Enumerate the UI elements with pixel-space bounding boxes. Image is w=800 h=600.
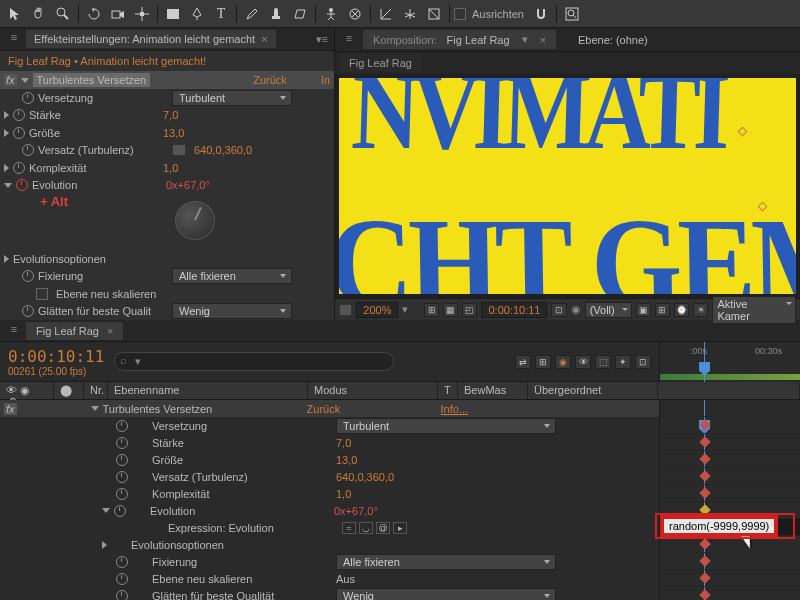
viewer-btn[interactable]: ▣ (636, 303, 651, 317)
info-link[interactable]: Info... (441, 403, 469, 415)
tl-opt-icon[interactable]: ✦ (615, 355, 631, 369)
stamp-tool-icon[interactable] (265, 3, 287, 25)
stopwatch-icon[interactable] (22, 270, 34, 282)
comp-sub-tab[interactable]: Fig Leaf Rag (339, 54, 422, 72)
versetzung-dropdown[interactable]: Turbulent (172, 90, 292, 106)
playhead[interactable] (704, 342, 705, 382)
tl-versatz-val[interactable]: 640,0,360,0 (336, 471, 394, 483)
viewer-btn[interactable]: ⊞ (655, 303, 670, 317)
effect-controls-tab[interactable]: Effekteinstellungen: Animation leicht ge… (26, 30, 276, 48)
expression-field[interactable]: random(-9999,9999) (662, 517, 776, 535)
tl-opt-icon[interactable]: ⬚ (595, 355, 611, 369)
timeline-tab[interactable]: Fig Leaf Rag× (26, 322, 123, 340)
collapse-icon[interactable] (4, 183, 12, 188)
anchor-tool-icon[interactable] (131, 3, 153, 25)
keyframe[interactable] (699, 572, 710, 583)
collapse-icon[interactable] (91, 406, 99, 411)
evolution-value[interactable]: 0x+67,0° (166, 179, 210, 191)
stopwatch-icon[interactable] (116, 437, 128, 449)
expand-icon[interactable] (4, 111, 9, 119)
zoom-field[interactable]: 200% (356, 302, 398, 318)
tl-glaetten-dd[interactable]: Wenig (336, 588, 556, 601)
hand-tool-icon[interactable] (28, 3, 50, 25)
crosshair-icon[interactable] (172, 144, 186, 156)
ebene-tab[interactable]: Ebene: (ohne) (558, 31, 668, 49)
tl-groesse-val[interactable]: 13,0 (336, 454, 357, 466)
viewer-btn[interactable]: ◰ (462, 303, 477, 317)
resolution-dropdown[interactable]: (Voll) (585, 302, 632, 318)
camera-tool-icon[interactable] (107, 3, 129, 25)
effect-header-row[interactable]: fx Turbulentes Versetzen Zurück In (0, 71, 334, 89)
viewer-btn[interactable]: ⊞ (424, 303, 439, 317)
stopwatch-icon[interactable] (116, 420, 128, 432)
close-icon[interactable]: × (107, 325, 113, 337)
evolution-dial[interactable] (175, 201, 215, 240)
tl-opt-icon[interactable]: 👁 (575, 355, 591, 369)
eraser-tool-icon[interactable] (289, 3, 311, 25)
stopwatch-icon[interactable] (116, 556, 128, 568)
snap-icon[interactable] (530, 3, 552, 25)
stopwatch-icon[interactable] (13, 162, 25, 174)
layer-row[interactable]: fx Turbulentes Versetzen Zurück Info... (0, 400, 659, 417)
zoom-tool-icon[interactable] (52, 3, 74, 25)
keyframe[interactable] (699, 589, 710, 600)
selection-tool-icon[interactable] (4, 3, 26, 25)
stopwatch-icon[interactable] (114, 505, 126, 517)
collapse-icon[interactable] (102, 508, 110, 513)
tl-opt-icon[interactable]: ⊡ (635, 355, 651, 369)
panel-menu-icon[interactable]: ≡ (6, 31, 22, 47)
expr-menu-icon[interactable]: ▸ (393, 522, 407, 534)
stopwatch-icon[interactable] (16, 179, 28, 191)
fixierung-dropdown[interactable]: Alle fixieren (172, 268, 292, 284)
camera-dropdown[interactable]: Aktive Kamer (712, 296, 796, 324)
stopwatch-icon[interactable] (116, 488, 128, 500)
reset-link[interactable]: Zurück (307, 403, 437, 415)
stopwatch-icon[interactable] (22, 305, 34, 317)
pen-tool-icon[interactable] (186, 3, 208, 25)
tl-versetzung-dd[interactable]: Turbulent (336, 418, 556, 434)
viewer-btn[interactable]: ⊡ (551, 303, 566, 317)
puppet-tool-icon[interactable] (320, 3, 342, 25)
view-axis-icon[interactable] (423, 3, 445, 25)
expand-icon[interactable] (4, 255, 9, 263)
keyframe[interactable] (699, 487, 710, 498)
align-checkbox[interactable] (454, 8, 466, 20)
composition-tab[interactable]: Komposition:Fig Leaf Rag▾× (363, 30, 556, 49)
keyframe[interactable] (699, 538, 710, 549)
stopwatch-icon[interactable] (13, 109, 25, 121)
groesse-value[interactable]: 13,0 (163, 127, 184, 139)
keyframe[interactable] (699, 470, 710, 481)
search-help-icon[interactable] (561, 3, 583, 25)
in-link[interactable]: In (321, 74, 330, 86)
panel-menu-icon[interactable]: ≡ (341, 32, 357, 48)
versatz-value[interactable]: 640,0,360,0 (194, 144, 252, 156)
expr-graph-icon[interactable]: ◡ (359, 522, 373, 534)
time-ruler[interactable]: :00s 00:30s (660, 342, 800, 382)
grid-icon[interactable] (339, 304, 352, 316)
composition-viewer[interactable]: NVIMATI CHT GEM (335, 74, 800, 298)
glaetten-dropdown[interactable]: Wenig (172, 303, 292, 319)
keyframe[interactable] (699, 555, 710, 566)
keyframe[interactable] (699, 453, 710, 464)
stopwatch-icon[interactable] (22, 92, 34, 104)
keyframe[interactable] (699, 436, 710, 447)
tl-komplex-val[interactable]: 1,0 (336, 488, 351, 500)
collapse-icon[interactable] (21, 78, 29, 83)
rotate-tool-icon[interactable] (83, 3, 105, 25)
timeline-timecode[interactable]: 0:00:10:11 (8, 347, 104, 366)
tl-fixierung-dd[interactable]: Alle fixieren (336, 554, 556, 570)
rect-tool-icon[interactable] (162, 3, 184, 25)
tl-opt-icon[interactable]: ⇄ (515, 355, 531, 369)
close-icon[interactable]: × (261, 33, 267, 45)
close-icon[interactable]: × (540, 34, 546, 46)
viewer-btn[interactable]: ☀ (693, 303, 708, 317)
komplexitaet-value[interactable]: 1,0 (163, 162, 178, 174)
panel-menu-icon[interactable]: ≡ (6, 323, 22, 339)
tl-evolution-val[interactable]: 0x+67,0° (334, 505, 378, 517)
expr-pickwhip-icon[interactable]: @ (376, 522, 390, 534)
text-tool-icon[interactable]: T (210, 3, 232, 25)
effect-name[interactable]: Turbulentes Versetzen (33, 73, 151, 87)
layer-name[interactable]: Turbulentes Versetzen (103, 403, 303, 415)
stopwatch-icon[interactable] (116, 454, 128, 466)
brush-tool-icon[interactable] (241, 3, 263, 25)
